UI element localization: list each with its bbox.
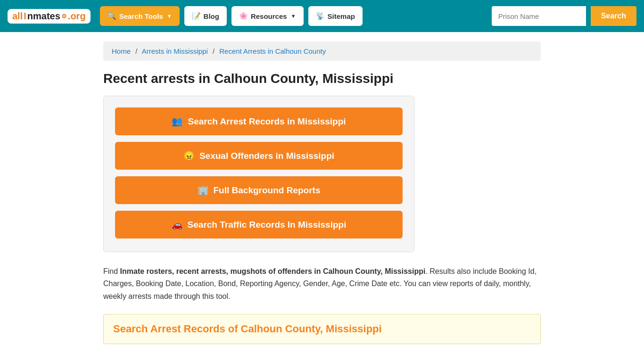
logo[interactable]: allInmates⚙.org <box>8 9 91 24</box>
page-title: Recent arrests in Calhoun County, Missis… <box>103 71 541 86</box>
logo-inmates: nmates <box>27 11 60 22</box>
blog-button[interactable]: 📝 Blog <box>184 6 227 26</box>
resources-label: Resources <box>251 12 287 20</box>
breadcrumb-home[interactable]: Home <box>112 47 131 55</box>
search-traffic-records-label: Search Traffic Records In Mississippi <box>188 220 347 230</box>
action-box: 👥 Search Arrest Records in Mississippi 😠… <box>103 96 414 252</box>
blog-icon: 📝 <box>192 12 201 20</box>
full-background-reports-button[interactable]: 🏢 Full Background Reports <box>115 176 403 204</box>
search-tools-label: Search Tools <box>119 12 163 20</box>
logo-org: .org <box>68 11 86 22</box>
car-icon: 🚗 <box>172 219 183 230</box>
main-content: Home / Arrests in Mississippi / Recent A… <box>96 32 548 362</box>
resources-icon: 🌸 <box>239 12 248 20</box>
prison-search-button[interactable]: Search <box>591 6 636 26</box>
logo-all: all <box>12 11 23 22</box>
resources-caret: ▼ <box>291 13 296 19</box>
blog-label: Blog <box>204 12 219 20</box>
breadcrumb: Home / Arrests in Mississippi / Recent A… <box>103 41 541 61</box>
resources-button[interactable]: 🌸 Resources ▼ <box>231 6 304 26</box>
search-tools-button[interactable]: 🔍 Search Tools ▼ <box>100 6 180 26</box>
full-background-reports-label: Full Background Reports <box>214 185 321 196</box>
description-bold: Inmate rosters, recent arrests, mugshots… <box>120 267 426 275</box>
people-icon: 👥 <box>172 116 183 127</box>
section-heading: Search Arrest Records of Calhoun County,… <box>103 314 541 344</box>
breadcrumb-current: Recent Arrests in Calhoun County <box>219 47 326 55</box>
description: Find Inmate rosters, recent arrests, mug… <box>103 265 541 303</box>
sexual-offenders-button[interactable]: 😠 Sexual Offenders in Mississippi <box>115 142 403 170</box>
building-icon: 🏢 <box>198 185 209 196</box>
description-start: Find <box>103 267 120 275</box>
breadcrumb-sep-1: / <box>135 47 137 55</box>
breadcrumb-sep-2: / <box>213 47 215 55</box>
sitemap-icon: 📡 <box>316 12 325 20</box>
search-tools-caret: ▼ <box>167 13 172 19</box>
search-arrest-records-button[interactable]: 👥 Search Arrest Records in Mississippi <box>115 107 403 135</box>
prison-search-input[interactable] <box>492 6 586 26</box>
breadcrumb-arrests-ms[interactable]: Arrests in Mississippi <box>142 47 208 55</box>
search-traffic-records-button[interactable]: 🚗 Search Traffic Records In Mississippi <box>115 211 403 239</box>
sexual-offenders-label: Sexual Offenders in Mississippi <box>199 151 334 161</box>
sitemap-label: Sitemap <box>328 12 355 20</box>
search-arrest-records-label: Search Arrest Records in Mississippi <box>188 116 346 127</box>
offender-icon: 😠 <box>183 150 195 161</box>
navbar: allInmates⚙.org 🔍 Search Tools ▼ 📝 Blog … <box>0 0 644 32</box>
search-tools-icon: 🔍 <box>107 12 116 20</box>
sitemap-button[interactable]: 📡 Sitemap <box>308 6 363 26</box>
